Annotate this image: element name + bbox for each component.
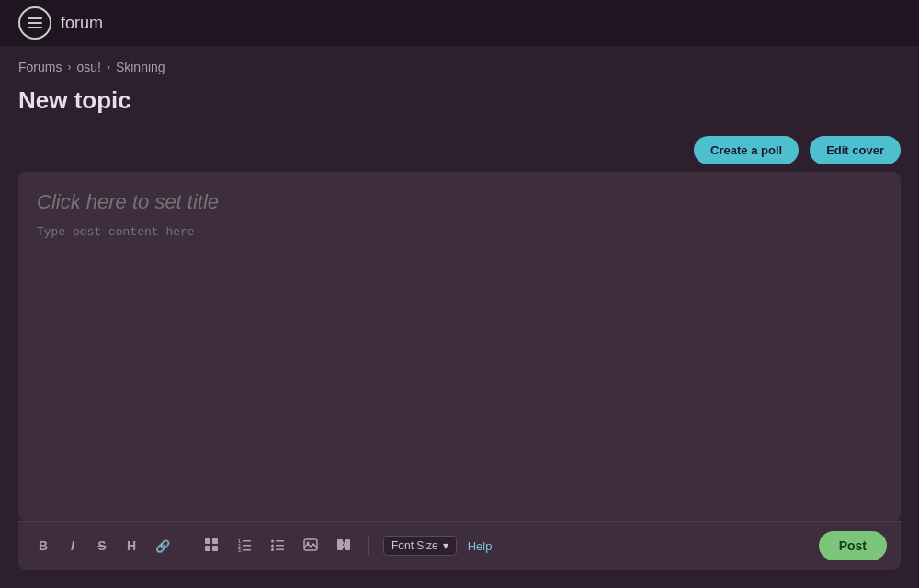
logo-area: forum — [18, 6, 103, 40]
bold-button[interactable]: B — [32, 535, 54, 557]
separator-2 — [368, 537, 369, 555]
link-icon: 🔗 — [155, 539, 170, 553]
svg-rect-10 — [243, 545, 251, 547]
page-title-bar: New topic — [0, 79, 919, 129]
svg-rect-2 — [28, 27, 42, 28]
logo-icon — [18, 6, 51, 40]
create-poll-button[interactable]: Create a poll — [694, 136, 799, 164]
svg-rect-4 — [212, 538, 218, 544]
table-button[interactable] — [199, 535, 224, 557]
content-input[interactable] — [37, 225, 882, 503]
format-toolbar: B I S H 🔗 1. 2. 3. — [18, 521, 901, 570]
svg-point-13 — [271, 539, 274, 542]
svg-point-15 — [271, 544, 274, 547]
unordered-list-icon — [270, 537, 285, 555]
toolbar-row: Create a poll Edit cover — [0, 129, 919, 172]
svg-rect-16 — [276, 545, 284, 547]
spoiler-button[interactable] — [331, 535, 357, 557]
breadcrumb-sep-2: › — [107, 61, 110, 74]
italic-button[interactable]: I — [62, 535, 84, 557]
edit-cover-button[interactable]: Edit cover — [810, 136, 901, 164]
logo-text: forum — [61, 14, 103, 33]
svg-rect-1 — [28, 22, 42, 24]
svg-text:3.: 3. — [238, 548, 243, 552]
svg-rect-21 — [337, 539, 343, 550]
spoiler-icon — [336, 537, 351, 555]
svg-rect-18 — [276, 548, 284, 550]
svg-rect-12 — [243, 549, 251, 551]
svg-rect-3 — [205, 538, 210, 544]
svg-point-17 — [271, 548, 274, 551]
breadcrumb-sep-1: › — [67, 61, 71, 74]
heading-button[interactable]: H — [120, 535, 142, 557]
breadcrumb-skinning: Skinning — [116, 60, 165, 74]
breadcrumb: Forums › osu! › Skinning — [0, 46, 919, 79]
table-icon — [204, 537, 219, 555]
page-title: New topic — [18, 86, 901, 115]
title-input[interactable] — [37, 190, 882, 214]
heading-icon: H — [127, 538, 136, 553]
link-button[interactable]: 🔗 — [150, 535, 176, 557]
svg-rect-8 — [243, 540, 251, 542]
svg-rect-5 — [205, 546, 210, 551]
svg-rect-6 — [212, 546, 218, 551]
breadcrumb-forums[interactable]: Forums — [18, 60, 62, 74]
ordered-list-icon: 1. 2. 3. — [237, 537, 252, 555]
image-icon — [303, 537, 318, 555]
font-size-dropdown[interactable]: Font Size ▾ — [383, 536, 457, 556]
header: forum — [0, 0, 919, 46]
unordered-list-button[interactable] — [265, 535, 290, 557]
font-size-label: Font Size — [391, 539, 438, 552]
breadcrumb-osu[interactable]: osu! — [76, 60, 100, 74]
svg-rect-14 — [276, 540, 284, 542]
strikethrough-button[interactable]: S — [91, 535, 113, 557]
image-button[interactable] — [298, 535, 323, 557]
help-link[interactable]: Help — [468, 539, 493, 553]
post-button[interactable]: Post — [819, 531, 887, 560]
separator-1 — [187, 537, 187, 555]
ordered-list-button[interactable]: 1. 2. 3. — [232, 535, 257, 557]
editor-container — [18, 172, 901, 521]
svg-rect-0 — [28, 17, 42, 19]
chevron-down-icon: ▾ — [443, 539, 448, 552]
